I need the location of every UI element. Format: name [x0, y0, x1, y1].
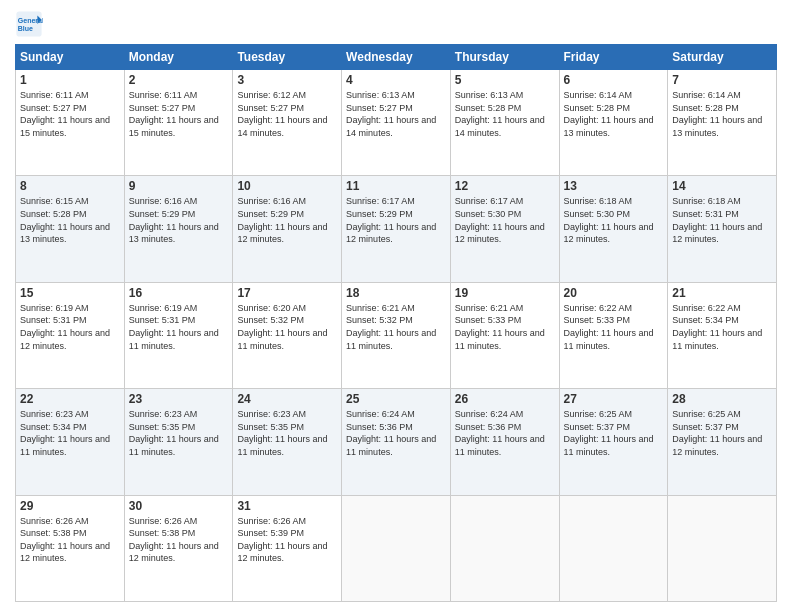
calendar-cell: 23 Sunrise: 6:23 AM Sunset: 5:35 PM Dayl… — [124, 389, 233, 495]
day-info: Sunrise: 6:24 AM Sunset: 5:36 PM Dayligh… — [455, 408, 555, 458]
day-info: Sunrise: 6:17 AM Sunset: 5:30 PM Dayligh… — [455, 195, 555, 245]
day-info: Sunrise: 6:15 AM Sunset: 5:28 PM Dayligh… — [20, 195, 120, 245]
calendar-cell: 25 Sunrise: 6:24 AM Sunset: 5:36 PM Dayl… — [342, 389, 451, 495]
day-info: Sunrise: 6:25 AM Sunset: 5:37 PM Dayligh… — [672, 408, 772, 458]
calendar-cell — [559, 495, 668, 601]
day-number: 23 — [129, 392, 229, 406]
page: General Blue SundayMondayTuesdayWednesda… — [0, 0, 792, 612]
day-info: Sunrise: 6:23 AM Sunset: 5:34 PM Dayligh… — [20, 408, 120, 458]
calendar-cell: 10 Sunrise: 6:16 AM Sunset: 5:29 PM Dayl… — [233, 176, 342, 282]
calendar-cell: 19 Sunrise: 6:21 AM Sunset: 5:33 PM Dayl… — [450, 282, 559, 388]
day-number: 16 — [129, 286, 229, 300]
calendar-cell — [668, 495, 777, 601]
calendar-cell: 3 Sunrise: 6:12 AM Sunset: 5:27 PM Dayli… — [233, 70, 342, 176]
svg-rect-0 — [16, 11, 41, 36]
day-number: 9 — [129, 179, 229, 193]
day-info: Sunrise: 6:26 AM Sunset: 5:39 PM Dayligh… — [237, 515, 337, 565]
day-number: 4 — [346, 73, 446, 87]
day-number: 18 — [346, 286, 446, 300]
day-info: Sunrise: 6:13 AM Sunset: 5:27 PM Dayligh… — [346, 89, 446, 139]
col-header-sunday: Sunday — [16, 45, 125, 70]
day-number: 26 — [455, 392, 555, 406]
col-header-thursday: Thursday — [450, 45, 559, 70]
col-header-wednesday: Wednesday — [342, 45, 451, 70]
calendar-cell: 7 Sunrise: 6:14 AM Sunset: 5:28 PM Dayli… — [668, 70, 777, 176]
day-number: 13 — [564, 179, 664, 193]
calendar-cell: 14 Sunrise: 6:18 AM Sunset: 5:31 PM Dayl… — [668, 176, 777, 282]
col-header-tuesday: Tuesday — [233, 45, 342, 70]
day-number: 14 — [672, 179, 772, 193]
day-info: Sunrise: 6:11 AM Sunset: 5:27 PM Dayligh… — [129, 89, 229, 139]
day-info: Sunrise: 6:17 AM Sunset: 5:29 PM Dayligh… — [346, 195, 446, 245]
day-number: 29 — [20, 499, 120, 513]
day-info: Sunrise: 6:16 AM Sunset: 5:29 PM Dayligh… — [237, 195, 337, 245]
day-number: 27 — [564, 392, 664, 406]
calendar-cell: 8 Sunrise: 6:15 AM Sunset: 5:28 PM Dayli… — [16, 176, 125, 282]
calendar-cell: 20 Sunrise: 6:22 AM Sunset: 5:33 PM Dayl… — [559, 282, 668, 388]
svg-text:Blue: Blue — [18, 25, 33, 32]
col-header-friday: Friday — [559, 45, 668, 70]
day-number: 1 — [20, 73, 120, 87]
header: General Blue — [15, 10, 777, 38]
calendar: SundayMondayTuesdayWednesdayThursdayFrid… — [15, 44, 777, 602]
calendar-cell: 13 Sunrise: 6:18 AM Sunset: 5:30 PM Dayl… — [559, 176, 668, 282]
day-info: Sunrise: 6:18 AM Sunset: 5:31 PM Dayligh… — [672, 195, 772, 245]
calendar-cell: 4 Sunrise: 6:13 AM Sunset: 5:27 PM Dayli… — [342, 70, 451, 176]
day-info: Sunrise: 6:14 AM Sunset: 5:28 PM Dayligh… — [564, 89, 664, 139]
day-number: 6 — [564, 73, 664, 87]
calendar-cell — [342, 495, 451, 601]
day-info: Sunrise: 6:19 AM Sunset: 5:31 PM Dayligh… — [20, 302, 120, 352]
col-header-saturday: Saturday — [668, 45, 777, 70]
day-info: Sunrise: 6:13 AM Sunset: 5:28 PM Dayligh… — [455, 89, 555, 139]
calendar-cell: 12 Sunrise: 6:17 AM Sunset: 5:30 PM Dayl… — [450, 176, 559, 282]
calendar-cell: 15 Sunrise: 6:19 AM Sunset: 5:31 PM Dayl… — [16, 282, 125, 388]
calendar-cell: 29 Sunrise: 6:26 AM Sunset: 5:38 PM Dayl… — [16, 495, 125, 601]
day-number: 25 — [346, 392, 446, 406]
calendar-cell: 1 Sunrise: 6:11 AM Sunset: 5:27 PM Dayli… — [16, 70, 125, 176]
day-info: Sunrise: 6:21 AM Sunset: 5:33 PM Dayligh… — [455, 302, 555, 352]
calendar-cell: 9 Sunrise: 6:16 AM Sunset: 5:29 PM Dayli… — [124, 176, 233, 282]
day-info: Sunrise: 6:20 AM Sunset: 5:32 PM Dayligh… — [237, 302, 337, 352]
day-number: 19 — [455, 286, 555, 300]
calendar-cell: 22 Sunrise: 6:23 AM Sunset: 5:34 PM Dayl… — [16, 389, 125, 495]
day-info: Sunrise: 6:23 AM Sunset: 5:35 PM Dayligh… — [129, 408, 229, 458]
day-info: Sunrise: 6:26 AM Sunset: 5:38 PM Dayligh… — [129, 515, 229, 565]
calendar-cell: 21 Sunrise: 6:22 AM Sunset: 5:34 PM Dayl… — [668, 282, 777, 388]
day-number: 17 — [237, 286, 337, 300]
day-number: 7 — [672, 73, 772, 87]
day-info: Sunrise: 6:26 AM Sunset: 5:38 PM Dayligh… — [20, 515, 120, 565]
day-number: 10 — [237, 179, 337, 193]
day-number: 3 — [237, 73, 337, 87]
day-info: Sunrise: 6:22 AM Sunset: 5:34 PM Dayligh… — [672, 302, 772, 352]
calendar-cell: 28 Sunrise: 6:25 AM Sunset: 5:37 PM Dayl… — [668, 389, 777, 495]
day-number: 22 — [20, 392, 120, 406]
day-info: Sunrise: 6:19 AM Sunset: 5:31 PM Dayligh… — [129, 302, 229, 352]
calendar-cell: 16 Sunrise: 6:19 AM Sunset: 5:31 PM Dayl… — [124, 282, 233, 388]
calendar-cell: 18 Sunrise: 6:21 AM Sunset: 5:32 PM Dayl… — [342, 282, 451, 388]
day-number: 31 — [237, 499, 337, 513]
day-info: Sunrise: 6:23 AM Sunset: 5:35 PM Dayligh… — [237, 408, 337, 458]
day-number: 2 — [129, 73, 229, 87]
day-info: Sunrise: 6:11 AM Sunset: 5:27 PM Dayligh… — [20, 89, 120, 139]
calendar-cell: 31 Sunrise: 6:26 AM Sunset: 5:39 PM Dayl… — [233, 495, 342, 601]
calendar-cell: 17 Sunrise: 6:20 AM Sunset: 5:32 PM Dayl… — [233, 282, 342, 388]
day-number: 30 — [129, 499, 229, 513]
day-info: Sunrise: 6:25 AM Sunset: 5:37 PM Dayligh… — [564, 408, 664, 458]
day-info: Sunrise: 6:22 AM Sunset: 5:33 PM Dayligh… — [564, 302, 664, 352]
day-number: 5 — [455, 73, 555, 87]
day-number: 11 — [346, 179, 446, 193]
day-number: 21 — [672, 286, 772, 300]
day-number: 15 — [20, 286, 120, 300]
calendar-cell: 27 Sunrise: 6:25 AM Sunset: 5:37 PM Dayl… — [559, 389, 668, 495]
calendar-cell: 26 Sunrise: 6:24 AM Sunset: 5:36 PM Dayl… — [450, 389, 559, 495]
calendar-cell: 24 Sunrise: 6:23 AM Sunset: 5:35 PM Dayl… — [233, 389, 342, 495]
day-info: Sunrise: 6:16 AM Sunset: 5:29 PM Dayligh… — [129, 195, 229, 245]
logo: General Blue — [15, 10, 47, 38]
day-info: Sunrise: 6:24 AM Sunset: 5:36 PM Dayligh… — [346, 408, 446, 458]
col-header-monday: Monday — [124, 45, 233, 70]
day-info: Sunrise: 6:18 AM Sunset: 5:30 PM Dayligh… — [564, 195, 664, 245]
day-number: 12 — [455, 179, 555, 193]
calendar-cell: 5 Sunrise: 6:13 AM Sunset: 5:28 PM Dayli… — [450, 70, 559, 176]
day-info: Sunrise: 6:14 AM Sunset: 5:28 PM Dayligh… — [672, 89, 772, 139]
day-number: 28 — [672, 392, 772, 406]
